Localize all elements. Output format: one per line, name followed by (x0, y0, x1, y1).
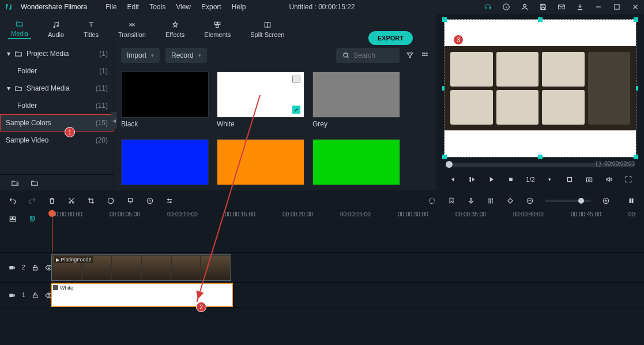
tree-sample-colors[interactable]: Sample Colors (15) (0, 114, 114, 132)
swatch-orange[interactable] (217, 139, 304, 188)
import-dropdown[interactable]: Import ▾ (121, 48, 160, 63)
mail-icon[interactable] (558, 3, 566, 11)
tab-elements[interactable]: Elements (201, 19, 234, 39)
step-back-icon[interactable] (447, 175, 457, 184)
marker-icon[interactable] (126, 196, 135, 205)
menu-view[interactable]: View (176, 3, 191, 11)
play-icon[interactable] (487, 175, 496, 184)
resize-handle[interactable] (442, 155, 447, 159)
chevron-down-icon[interactable]: ▾ (545, 175, 555, 184)
zoom-fit-icon[interactable] (627, 196, 636, 205)
swatch-black[interactable]: Black (121, 72, 209, 131)
user-icon[interactable] (521, 3, 529, 11)
swatch-green[interactable] (312, 139, 400, 188)
clip-white[interactable]: White (52, 284, 232, 306)
scrub-knob[interactable] (446, 161, 453, 168)
lock-icon[interactable] (31, 263, 39, 272)
tab-audio[interactable]: Audio (45, 19, 67, 39)
new-folder-icon[interactable] (10, 178, 20, 187)
lock-icon[interactable] (31, 291, 39, 300)
category-tabs: Media Audio Titles Transition Effects El… (0, 14, 421, 42)
tab-transition[interactable]: Transition (115, 19, 149, 39)
keyframe-icon[interactable] (506, 196, 515, 205)
menu-tools[interactable]: Tools (149, 3, 165, 11)
resize-handle[interactable] (634, 155, 638, 159)
timeline-ruler[interactable]: 00:00:00:00 00:00:05:00 00:00:10:00 00:0… (0, 211, 644, 227)
search-input-wrap[interactable] (336, 48, 400, 63)
export-button[interactable]: EXPORT (368, 31, 413, 45)
menu-file[interactable]: File (106, 3, 116, 11)
tab-titles[interactable]: Titles (81, 19, 101, 39)
add-marker-icon[interactable] (447, 196, 456, 205)
undo-icon[interactable] (8, 196, 17, 205)
annotation-badge-3: 3 (453, 35, 464, 45)
mixer-icon[interactable] (486, 196, 495, 205)
zoom-in-icon[interactable] (601, 196, 611, 205)
crop-icon[interactable] (565, 175, 574, 184)
tree-sample-video[interactable]: Sample Video (20) (0, 132, 114, 149)
tick: 00:00:40:00 (513, 211, 571, 217)
zoom-knob[interactable] (578, 198, 584, 204)
tree-count: (11) (96, 102, 108, 110)
menu-help[interactable]: Help (232, 3, 246, 11)
volume-icon[interactable] (604, 175, 613, 184)
swatch-blue[interactable] (121, 139, 209, 188)
record-dropdown[interactable]: Record ▾ (165, 48, 207, 63)
tree-folder-1[interactable]: Folder (1) (0, 62, 114, 80)
menu-export[interactable]: Export (201, 3, 221, 11)
render-icon[interactable] (427, 196, 436, 205)
info-icon[interactable] (502, 3, 510, 11)
grid-view-icon[interactable] (420, 51, 430, 60)
resize-handle[interactable] (538, 155, 543, 159)
svg-rect-37 (33, 267, 37, 270)
tab-effects[interactable]: Effects (163, 19, 187, 39)
scrub-bar[interactable]: { } 00:00:00:03 (446, 163, 635, 167)
stop-icon[interactable] (506, 175, 515, 184)
adjust-icon[interactable] (165, 196, 174, 205)
tree-footer (0, 174, 114, 190)
tick: 00:00:45:00 (571, 211, 628, 217)
zoom-out-icon[interactable] (525, 196, 534, 205)
playback-rate[interactable]: 1/2 (526, 176, 534, 183)
fullscreen-icon[interactable] (624, 175, 633, 184)
voiceover-icon[interactable] (466, 196, 476, 205)
tree-project-media[interactable]: ▾ Project Media (1) (0, 45, 114, 62)
swatch-white[interactable]: ✓ White (217, 72, 304, 131)
redo-icon[interactable] (28, 196, 37, 205)
resize-handle[interactable] (442, 17, 447, 22)
resize-handle[interactable] (538, 17, 543, 22)
swatch-grid: Black ✓ White Grey (114, 69, 436, 190)
folder-icon[interactable] (30, 178, 39, 187)
close-icon[interactable] (631, 3, 639, 11)
search-icon (342, 51, 350, 60)
download-icon[interactable] (576, 3, 584, 11)
tab-split-screen[interactable]: Split Screen (247, 19, 287, 39)
save-icon[interactable] (539, 3, 547, 11)
resize-handle[interactable] (634, 17, 638, 22)
menu-edit[interactable]: Edit (127, 3, 140, 11)
delete-icon[interactable] (47, 196, 57, 205)
zoom-slider[interactable] (545, 200, 591, 202)
maximize-icon[interactable] (613, 3, 621, 11)
track-video-1[interactable]: 1 White (0, 283, 644, 308)
swatch-grey[interactable]: Grey (312, 72, 400, 131)
headset-icon[interactable] (484, 3, 492, 11)
color-icon[interactable] (106, 196, 115, 205)
tree-shared-media[interactable]: ▾ Shared Media (11) (0, 80, 114, 97)
svg-point-38 (48, 267, 50, 269)
folder-icon (14, 84, 23, 93)
speed-icon[interactable] (145, 196, 155, 205)
tree-folder-2[interactable]: Folder (11) (0, 97, 114, 114)
track-video-2[interactable]: 2 ▶ PlatingFood2 (0, 253, 644, 283)
tab-media[interactable]: Media (8, 18, 31, 39)
crop-tool-icon[interactable] (86, 196, 96, 205)
play-pause-icon[interactable] (467, 175, 476, 184)
preview-canvas[interactable] (445, 20, 636, 157)
titlebar: Wondershare Filmora File Edit Tools View… (0, 0, 644, 14)
minimize-icon[interactable] (594, 3, 602, 11)
snapshot-icon[interactable] (585, 175, 594, 184)
cut-icon[interactable] (67, 196, 76, 205)
search-input[interactable] (353, 51, 394, 59)
filter-icon[interactable] (405, 51, 415, 60)
panel-collapse-handle[interactable]: ◀ (111, 112, 117, 129)
